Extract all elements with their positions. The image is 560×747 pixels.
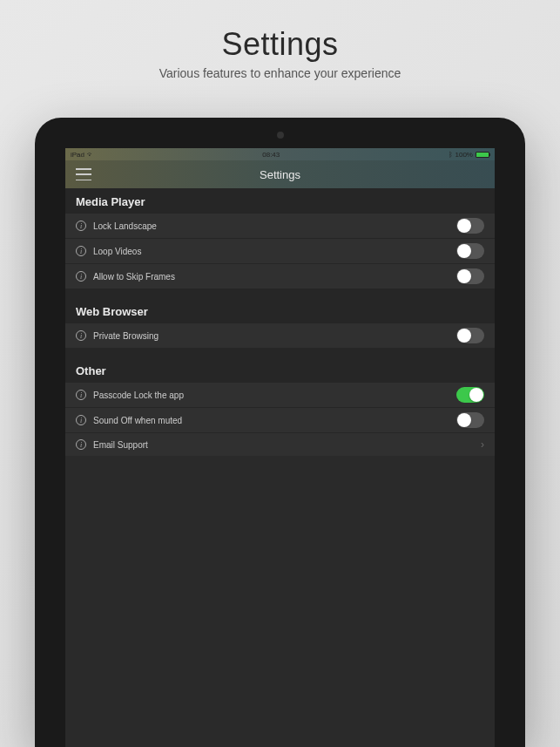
toggle-lock-landscape[interactable] xyxy=(456,218,484,234)
status-left: iPad ᯤ xyxy=(71,151,94,159)
section-title: Other xyxy=(76,364,484,377)
row-loop-videos[interactable]: i Loop Videos xyxy=(65,239,495,264)
row-private-browsing[interactable]: i Private Browsing xyxy=(65,323,495,349)
section-title: Web Browser xyxy=(76,305,484,318)
nav-title: Settings xyxy=(260,168,300,181)
row-sound-off[interactable]: i Sound Off when muted xyxy=(65,408,495,433)
battery-icon xyxy=(476,152,489,158)
carrier-label: iPad xyxy=(71,151,84,159)
row-email-support[interactable]: i Email Support › xyxy=(65,433,495,456)
page-title: Settings xyxy=(0,26,560,63)
toggle-sound-off[interactable] xyxy=(456,412,484,428)
toggle-private-browsing[interactable] xyxy=(456,328,484,343)
camera-icon xyxy=(277,132,284,139)
section-title: Media Player xyxy=(76,195,484,208)
info-icon[interactable]: i xyxy=(76,390,86,400)
row-label: Passcode Lock the app xyxy=(93,390,456,400)
row-passcode-lock[interactable]: i Passcode Lock the app xyxy=(65,383,495,408)
info-icon[interactable]: i xyxy=(76,246,86,256)
info-icon[interactable]: i xyxy=(76,439,86,450)
page-header: Settings Various features to enhance you… xyxy=(0,0,560,80)
toggle-passcode-lock[interactable] xyxy=(456,387,484,403)
section-header-other: Other xyxy=(65,357,495,383)
toggle-loop-videos[interactable] xyxy=(456,243,484,259)
page-subtitle: Various features to enhance your experie… xyxy=(0,66,560,80)
row-label: Lock Landscape xyxy=(93,221,456,231)
toggle-skip-frames[interactable] xyxy=(456,268,484,284)
info-icon[interactable]: i xyxy=(76,221,86,231)
row-label: Private Browsing xyxy=(93,331,456,341)
section-header-browser: Web Browser xyxy=(65,298,495,323)
screen: iPad ᯤ 08:43 ᛒ 100% Settings Media Playe… xyxy=(65,148,495,747)
nav-bar: Settings xyxy=(65,160,495,188)
info-icon[interactable]: i xyxy=(76,271,86,282)
row-skip-frames[interactable]: i Allow to Skip Frames xyxy=(65,264,495,289)
bluetooth-icon: ᛒ xyxy=(449,151,453,159)
row-label: Sound Off when muted xyxy=(93,416,456,425)
status-time: 08:43 xyxy=(262,151,280,159)
status-bar: iPad ᯤ 08:43 ᛒ 100% xyxy=(65,148,495,160)
chevron-right-icon: › xyxy=(481,438,484,451)
wifi-icon: ᯤ xyxy=(87,151,94,159)
battery-pct: 100% xyxy=(455,151,473,159)
info-icon[interactable]: i xyxy=(76,330,86,341)
menu-icon[interactable] xyxy=(76,168,91,180)
device-frame: iPad ᯤ 08:43 ᛒ 100% Settings Media Playe… xyxy=(35,118,525,747)
section-header-media: Media Player xyxy=(65,188,495,214)
row-label: Loop Videos xyxy=(93,247,456,256)
row-label: Allow to Skip Frames xyxy=(93,272,456,282)
settings-content: Media Player i Lock Landscape i Loop Vid… xyxy=(65,188,495,456)
row-lock-landscape[interactable]: i Lock Landscape xyxy=(65,214,495,239)
status-right: ᛒ 100% xyxy=(449,151,489,159)
row-label: Email Support xyxy=(93,440,481,450)
info-icon[interactable]: i xyxy=(76,415,86,425)
